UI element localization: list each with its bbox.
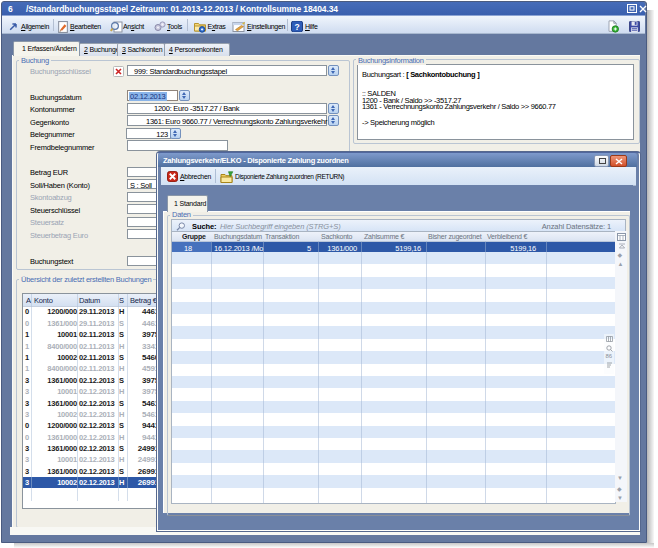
svg-text:?: ? bbox=[294, 22, 299, 32]
